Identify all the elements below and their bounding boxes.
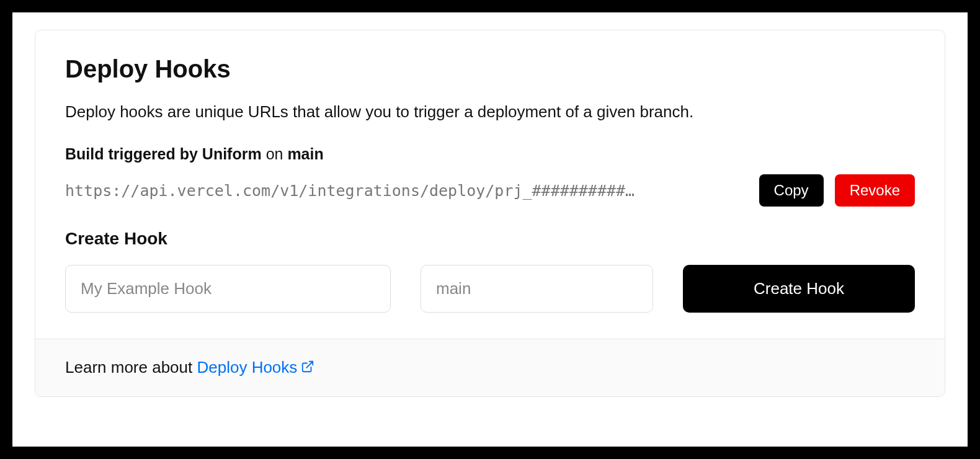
- create-hook-button[interactable]: Create Hook: [683, 265, 915, 313]
- hook-branch-input[interactable]: [421, 265, 653, 313]
- card-footer: Learn more about Deploy Hooks: [35, 339, 945, 396]
- section-description: Deploy hooks are unique URLs that allow …: [65, 100, 915, 123]
- external-link-icon: [301, 359, 314, 378]
- link-text: Deploy Hooks: [197, 358, 297, 377]
- hook-url: https://api.vercel.com/v1/integrations/d…: [65, 182, 748, 200]
- deploy-hooks-card: Deploy Hooks Deploy hooks are unique URL…: [35, 30, 945, 397]
- svg-line-0: [306, 362, 313, 368]
- card-body: Deploy Hooks Deploy hooks are unique URL…: [35, 30, 945, 339]
- revoke-button[interactable]: Revoke: [835, 174, 915, 207]
- section-title: Deploy Hooks: [65, 55, 915, 83]
- copy-button[interactable]: Copy: [759, 174, 824, 207]
- create-hook-title: Create Hook: [65, 229, 915, 249]
- create-hook-row: Create Hook: [65, 265, 915, 313]
- hook-name-input[interactable]: [65, 265, 391, 313]
- footer-text: Learn more about: [65, 358, 197, 377]
- deploy-hooks-link[interactable]: Deploy Hooks: [197, 358, 314, 377]
- hook-label-separator: on: [262, 145, 288, 163]
- hook-row: https://api.vercel.com/v1/integrations/d…: [65, 174, 915, 207]
- hook-label: Build triggered by Uniform on main: [65, 145, 915, 163]
- hook-branch: main: [287, 145, 323, 163]
- hook-name: Build triggered by Uniform: [65, 145, 262, 163]
